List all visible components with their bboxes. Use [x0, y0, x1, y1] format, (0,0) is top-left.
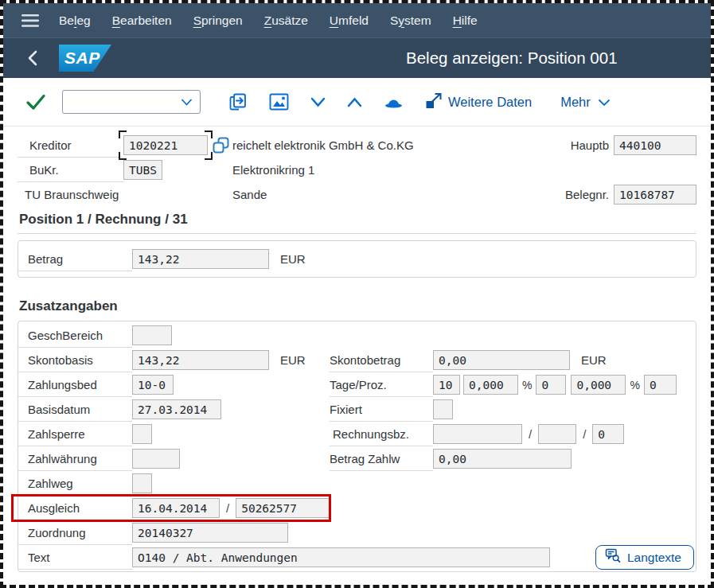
zahlwaehrung-field[interactable]: [132, 449, 180, 469]
belegnr-field[interactable]: 10168787: [614, 185, 696, 204]
row-zuordnung: Zuordnung 20140327: [18, 520, 696, 545]
address-line1-text: Elektronikring 1: [232, 163, 314, 177]
hauptb-label: Hauptb: [571, 138, 609, 152]
rechnungsbz-label: Rechnungsbz.: [330, 422, 433, 446]
text-field[interactable]: O140 / Abt. Anwendungen: [132, 547, 550, 567]
betrag-zahlw-field[interactable]: 0,00: [433, 449, 572, 469]
enter-confirm-button[interactable]: [25, 93, 46, 111]
rechnungsbz-separator-1: /: [529, 427, 532, 441]
belegnr-label: Belegnr.: [553, 188, 609, 201]
next-item-icon[interactable]: [310, 97, 326, 107]
rechnungsbz-field-1[interactable]: [433, 424, 522, 444]
betrag-zahlw-label: Betrag Zahlw: [330, 446, 433, 471]
row-text: Text O140 / Abt. Anwendungen Langtexte: [18, 545, 696, 570]
langtexte-button[interactable]: Langtexte: [595, 545, 694, 570]
address-line2-text: Sande: [232, 188, 267, 201]
geschbereich-label: GeschBereich: [18, 323, 132, 348]
zahlungsbed-label: Zahlungsbed: [18, 372, 132, 397]
zusatzangaben-groupbox: GeschBereich Skontobasis 143,22 EUR Skon…: [18, 321, 696, 572]
tage3-field[interactable]: 0: [644, 375, 677, 395]
sap-window: Beleg Bearbeiten Springen Zusätze Umfeld…: [0, 0, 714, 588]
skontobetrag-label: Skontobetrag: [330, 348, 433, 372]
open-in-new-icon: [425, 92, 443, 112]
row-betrag: Betrag 143,22 EUR: [18, 247, 696, 271]
menu-item-beleg[interactable]: Beleg: [59, 14, 91, 28]
betrag-groupbox: Betrag 143,22 EUR: [18, 240, 696, 278]
kreditor-name-text: reichelt elektronik GmbH & Co.KG: [232, 138, 414, 152]
basisdatum-field[interactable]: 27.03.2014: [132, 399, 221, 419]
display-other-document-icon[interactable]: [228, 92, 248, 112]
fixiert-label: Fixiert: [330, 397, 433, 422]
menu-item-bearbeiten[interactable]: Bearbeiten: [112, 14, 172, 28]
command-field[interactable]: [62, 90, 201, 114]
back-button[interactable]: [25, 49, 40, 67]
mehr-label: Mehr: [560, 95, 591, 110]
skontobetrag-currency-text: EUR: [581, 353, 607, 367]
ausgleich-date-field[interactable]: 16.04.2014: [132, 498, 220, 518]
percent2-text: %: [630, 379, 639, 391]
zahlwaehrung-label: Zahlwährung: [18, 446, 132, 471]
chevron-down-icon: [598, 95, 611, 110]
row-company: TU Braunschweig Sande Belegnr. 10168787: [18, 182, 696, 207]
betrag-currency-text: EUR: [280, 252, 306, 266]
rechnungsbz-separator-2: /: [583, 427, 586, 441]
mehr-menu-button[interactable]: Mehr: [560, 95, 611, 110]
fixiert-field[interactable]: [433, 399, 453, 419]
rechnungsbz-field-2[interactable]: [538, 424, 576, 444]
menu-item-umfeld[interactable]: Umfeld: [330, 14, 369, 28]
company-text: TU Braunschweig: [18, 188, 123, 201]
zahlungsbed-field[interactable]: 10-0: [132, 375, 174, 395]
bukr-field[interactable]: TUBS: [123, 160, 162, 180]
skontobasis-currency-text: EUR: [280, 353, 306, 367]
position-section-title: Position 1 / Rechnung / 31: [18, 208, 696, 234]
geschbereich-field[interactable]: [132, 325, 172, 345]
rechnungsbz-field-3[interactable]: 0: [592, 424, 624, 444]
hauptb-field[interactable]: 440100: [614, 135, 696, 155]
tage1-field[interactable]: 10: [433, 375, 460, 395]
hamburger-menu-icon[interactable]: [21, 14, 40, 28]
row-bukr: BuKr. TUBS Elektronikring 1: [18, 158, 696, 182]
skontobetrag-field[interactable]: 0,00: [433, 350, 570, 370]
zahlsperre-label: Zahlsperre: [18, 422, 132, 446]
proz1-field[interactable]: 0,000: [463, 375, 518, 395]
zuordnung-field[interactable]: 20140327: [132, 523, 288, 543]
menu-items: Beleg Bearbeiten Springen Zusätze Umfeld…: [59, 14, 478, 28]
ausgleich-label: Ausgleich: [18, 496, 132, 520]
bukr-label: BuKr.: [18, 158, 123, 182]
basisdatum-label: Basisdatum: [18, 397, 132, 422]
document-overview-icon[interactable]: [269, 93, 289, 111]
zahlweg-label: Zahlweg: [18, 471, 132, 496]
quick-view-icon[interactable]: [212, 136, 230, 154]
screen-body: Kreditor 1020221 reichelt elektronik Gmb…: [3, 127, 711, 572]
row-kreditor: Kreditor 1020221 reichelt elektronik Gmb…: [18, 133, 696, 158]
previous-item-icon[interactable]: [347, 97, 362, 107]
betrag-field[interactable]: 143,22: [132, 249, 269, 269]
kreditor-field[interactable]: 1020221: [123, 135, 208, 155]
page-title: Beleg anzeigen: Position 001: [406, 49, 618, 68]
skontobasis-label: Skontobasis: [18, 348, 132, 372]
weitere-daten-button[interactable]: Weitere Daten: [425, 92, 532, 112]
proz2-field[interactable]: 0,000: [571, 375, 626, 395]
text-label: Text: [18, 545, 132, 570]
sap-logo: SAP: [59, 45, 111, 72]
zahlsperre-field[interactable]: [132, 424, 152, 444]
menu-item-system[interactable]: System: [390, 14, 431, 28]
row-zahlwaehrung: Zahlwährung Betrag Zahlw 0,00: [18, 446, 696, 471]
zahlweg-field[interactable]: [132, 473, 152, 493]
zuordnung-label: Zuordnung: [18, 520, 132, 545]
row-skonto: Skontobasis 143,22 EUR Skontobetrag 0,00…: [18, 348, 696, 372]
kreditor-field-focus: 1020221: [123, 135, 208, 155]
skontobasis-field[interactable]: 143,22: [132, 350, 269, 370]
bowler-hat-icon[interactable]: [384, 95, 404, 110]
menu-item-hilfe[interactable]: Hilfe: [453, 14, 478, 28]
ausgleich-doc-field[interactable]: 50262577: [236, 498, 330, 518]
menu-item-springen[interactable]: Springen: [193, 14, 243, 28]
application-toolbar: Weitere Daten Mehr: [3, 78, 711, 127]
menu-item-zusaetze[interactable]: Zusätze: [264, 14, 308, 28]
tageproz-label: Tage/Proz.: [330, 372, 433, 397]
long-text-icon: [605, 548, 621, 567]
ausgleich-separator: /: [226, 501, 229, 515]
tage2-field[interactable]: 0: [536, 375, 566, 395]
row-ausgleich: Ausgleich 16.04.2014 / 50262577: [18, 496, 696, 520]
chevron-down-icon[interactable]: [181, 95, 193, 109]
